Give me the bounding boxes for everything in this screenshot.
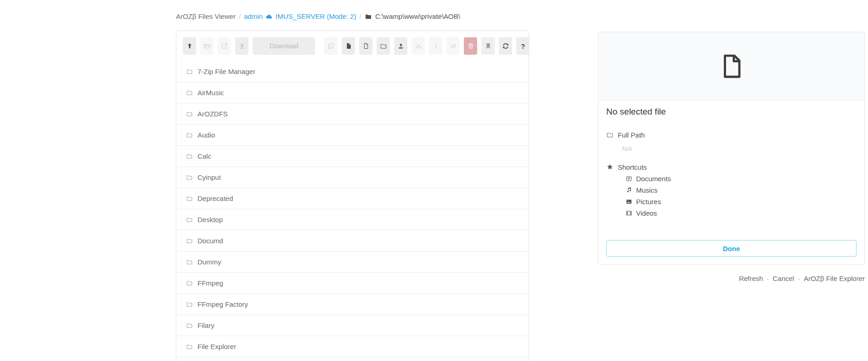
cut-button[interactable] [411, 37, 425, 55]
list-icon [626, 175, 632, 182]
file-row[interactable]: Filary [176, 315, 529, 336]
full-path-label: Full Path [618, 131, 645, 139]
footer-separator: · [767, 275, 769, 282]
open-external-button[interactable] [218, 37, 231, 55]
new-folder-icon [380, 42, 387, 50]
help-button[interactable]: ? [516, 37, 530, 55]
file-row[interactable]: FFmpeg [176, 273, 529, 294]
footer-links: Refresh · Cancel · ArOZβ File Explorer [739, 275, 865, 282]
breadcrumb: ArOZβ Files Viewer / admin IMUS_SERVER (… [176, 12, 460, 20]
file-name: Documd [197, 237, 223, 245]
shortcut-item-documents[interactable]: Documents [626, 173, 857, 184]
folder-outline-icon [186, 301, 193, 308]
account-server-link[interactable]: admin IMUS_SERVER (Mode: 2) [244, 12, 356, 20]
file-name: Audio [197, 131, 215, 139]
user-name: admin [244, 12, 263, 20]
rename-button[interactable] [429, 37, 442, 55]
file-list[interactable]: 7-Zip File Manager AirMusic ArOZDFS Audi… [176, 61, 529, 357]
download-text-button[interactable]: Download [253, 37, 315, 55]
file-name: Dummy [197, 258, 221, 266]
new-folder-button[interactable] [377, 37, 390, 55]
file-name: Deprecated [197, 195, 233, 202]
copy-button[interactable] [324, 37, 338, 55]
full-path-row: Full Path [606, 130, 857, 140]
file-info-panel: No selected file Full Path N/A Shortcuts… [598, 32, 865, 265]
shortcut-item-musics[interactable]: Musics [626, 184, 857, 196]
file-row[interactable]: AirMusic [176, 82, 529, 103]
file-row[interactable]: Calc [176, 146, 529, 167]
file-name: FFmpeg Factory [197, 300, 248, 308]
refresh-link[interactable]: Refresh [739, 275, 763, 282]
move-button[interactable] [446, 37, 460, 55]
file-row[interactable]: ArOZDFS [176, 103, 529, 125]
app-title: ArOZβ Files Viewer [176, 12, 236, 20]
file-row[interactable]: Desktop [176, 209, 529, 230]
bookmark-icon [485, 42, 492, 50]
upload-button[interactable] [394, 37, 407, 55]
swap-arrows-icon [450, 42, 457, 50]
server-name: IMUS_SERVER (Mode: 2) [276, 12, 356, 20]
file-name: Desktop [197, 216, 223, 223]
file-details: Full Path N/A Shortcuts Documents Musics… [606, 130, 857, 219]
file-row[interactable]: File Explorer [176, 336, 529, 357]
full-path-value: N/A [622, 145, 857, 152]
external-link-icon [221, 42, 228, 50]
paste-button[interactable] [342, 37, 355, 55]
file-name: FFmpeg [197, 279, 223, 287]
image-icon [626, 198, 632, 205]
file-row[interactable]: Deprecated [176, 188, 529, 209]
done-button[interactable]: Done [606, 240, 857, 257]
refresh-icon [502, 42, 509, 50]
file-row[interactable]: Cyinput [176, 167, 529, 188]
file-row[interactable]: Dummy [176, 252, 529, 273]
shortcuts-row: Shortcuts [606, 162, 857, 172]
folder-outline-icon [186, 132, 193, 138]
file-name: Calc [197, 152, 211, 160]
upload-icon [397, 42, 405, 50]
cancel-link[interactable]: Cancel [772, 275, 794, 282]
folder-outline-icon [186, 237, 193, 244]
folder-open-icon [203, 42, 211, 50]
file-row[interactable]: Audio [176, 125, 529, 146]
delete-button[interactable] [464, 37, 477, 55]
folder-outline-icon [186, 174, 193, 181]
new-file-icon [362, 42, 370, 50]
file-name: Filary [197, 321, 214, 329]
folder-outline-icon [186, 153, 193, 160]
copy-icon [327, 42, 335, 50]
trash-icon [467, 42, 474, 50]
refresh-button[interactable] [499, 37, 512, 55]
folder-outline-icon [186, 322, 193, 329]
download-button[interactable] [235, 37, 248, 55]
open-button[interactable] [200, 37, 214, 55]
shortcut-item-pictures[interactable]: Pictures [626, 196, 857, 207]
folder-outline-icon [186, 280, 193, 287]
file-name: 7-Zip File Manager [197, 68, 255, 75]
shortcut-list: Documents Musics Pictures Videos [606, 173, 857, 219]
current-path: C:\wamp\www\private\AOB\ [365, 12, 460, 20]
shortcut-item-videos[interactable]: Videos [626, 207, 857, 219]
file-row[interactable]: FFmpeg Factory [176, 294, 529, 315]
file-name: File Explorer [197, 343, 236, 350]
file-outline-icon [718, 53, 745, 80]
footer-separator: · [798, 275, 800, 282]
file-row[interactable]: Documd [176, 230, 529, 252]
folder-outline-icon [186, 110, 193, 117]
arrow-up-icon [186, 42, 193, 50]
new-file-button[interactable] [359, 37, 372, 55]
folder-outline-icon [186, 258, 193, 265]
bookmark-button[interactable] [481, 37, 495, 55]
breadcrumb-separator: / [360, 12, 361, 20]
file-row[interactable]: 7-Zip File Manager [176, 61, 529, 82]
download-icon [238, 42, 246, 50]
file-name: ArOZDFS [197, 110, 228, 118]
paste-icon [345, 42, 352, 50]
files-card: Download ? 7-Zip File Manager [176, 30, 529, 361]
folder-icon [365, 13, 372, 20]
file-info-body: No selected file Full Path N/A Shortcuts… [598, 101, 864, 264]
file-explorer-link[interactable]: ArOZβ File Explorer [804, 275, 865, 282]
go-up-button[interactable] [183, 37, 196, 55]
shortcuts-label: Shortcuts [618, 163, 647, 171]
file-name: Cyinput [197, 173, 221, 181]
cut-icon [415, 42, 422, 50]
